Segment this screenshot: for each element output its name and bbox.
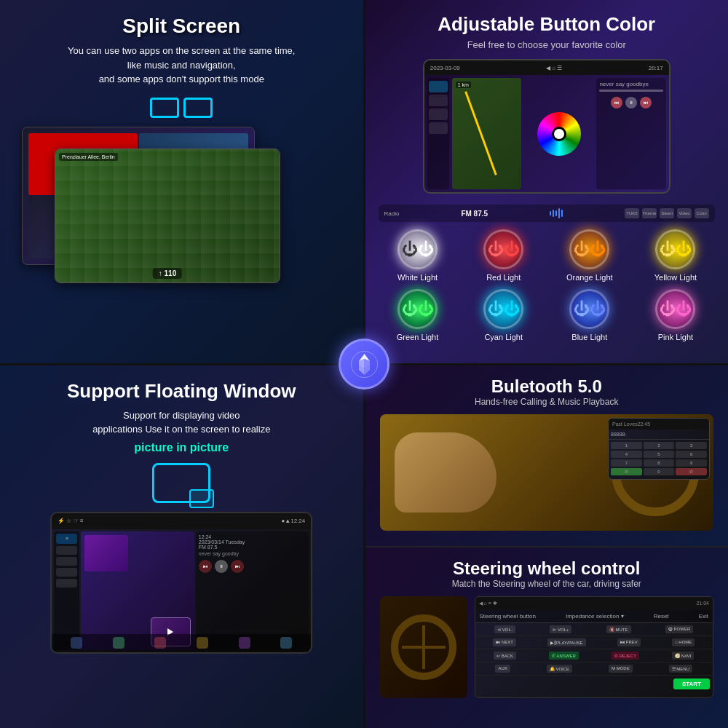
split-screen-title: Split Screen <box>122 15 240 38</box>
green-light-icon: ⏻ <box>397 289 438 329</box>
steering-controls-display: ◀ ⌂ ≡ ✱ 21:04 Steering wheel button Impe… <box>475 596 714 698</box>
tablet-device: ⚡ ☆ ☞ ≡ ●▲12:24 ≡ <box>50 512 312 654</box>
orange-light-icon: ⏻ <box>569 229 609 269</box>
device-music: never say goodbye ⏮ ⏸ ⏭ <box>596 78 665 189</box>
yellow-light-btn[interactable]: ⏻ Yellow Light <box>636 229 715 282</box>
floating-window-title: Support Floating Window <box>67 380 296 403</box>
orange-light-btn[interactable]: ⏻ Orange Light <box>550 229 629 282</box>
white-light-btn[interactable]: ⏻ White Light <box>379 229 457 282</box>
logo-svg <box>348 348 381 381</box>
blue-light-label: Blue Light <box>571 333 607 341</box>
pink-light-icon: ⏻ <box>655 289 695 329</box>
bluetooth-section: Buletooth 5.0 Hands-free Calling & Music… <box>365 365 729 546</box>
device-top-bar: 2023-03-09 ◀ ⌂ ☰ 20:17 <box>424 60 669 75</box>
split-rect-left <box>150 98 179 118</box>
tablet-sidebar: ≡ <box>54 531 79 650</box>
red-light-btn[interactable]: ⏻ Red Light <box>464 229 543 282</box>
light-buttons-grid: ⏻ White Light ⏻ Red Light ⏻ Orange Light… <box>379 229 716 341</box>
steering-content: ◀ ⌂ ≡ ✱ 21:04 Steering wheel button Impe… <box>380 596 714 698</box>
cyan-light-btn[interactable]: ⏻ Cyan Light <box>464 289 543 341</box>
cyan-light-icon: ⏻ <box>483 289 523 329</box>
yellow-light-icon: ⏻ <box>655 229 695 269</box>
red-light-icon: ⏻ <box>483 229 523 269</box>
device-sidebar <box>427 78 449 189</box>
yellow-light-label: Yellow Light <box>654 273 697 282</box>
sc-row-1: ⊲ VOL- ⊳ VOL+ 🔇 MUTE ⏻ POWER <box>475 623 713 636</box>
orange-light-label: Orange Light <box>566 273 613 282</box>
split-screen-panel: Split Screen You can use two apps on the… <box>0 0 363 363</box>
green-light-btn[interactable]: ⏻ Green Light <box>379 289 457 341</box>
button-color-subtitle: Feel free to choose your favorite color <box>467 39 626 50</box>
button-color-title: Adjustable Button Color <box>438 13 655 36</box>
pink-light-label: Pink Light <box>658 333 693 341</box>
floating-window-highlight: picture in picture <box>134 441 229 454</box>
sc-row-3: ↩ BACK ✆ ANSWER ✆ REJECT 🧭 NAVI <box>475 649 713 662</box>
bluetooth-title: Buletooth 5.0 <box>491 376 602 397</box>
video-app-thumb <box>84 535 128 571</box>
bt-keypad: 1 2 3 4 5 6 7 8 9 ✆ 0 ✆ <box>609 440 709 478</box>
blue-light-btn[interactable]: ⏻ Blue Light <box>550 289 629 341</box>
sc-row-4: AUX 🔔 VOICE M MODE ☰ MENU <box>475 662 713 676</box>
screen-front: ↑ 110 Prenzlauer Allee, Berlin <box>55 149 280 283</box>
center-logo <box>339 339 389 389</box>
color-wheel-section <box>524 78 593 189</box>
sc-header: Steering wheel button Impedance selectio… <box>475 610 713 623</box>
sc-row-2: ⏭ NEXT ▶‖PLAY/PAUSE ⏮ PREV ⌂ HOME <box>475 636 713 649</box>
steering-photo <box>380 596 467 698</box>
steering-title: Steering wheel control <box>453 558 640 579</box>
nav-map: ↑ 110 Prenzlauer Allee, Berlin <box>55 149 280 282</box>
split-icon <box>150 98 213 118</box>
floating-icon <box>152 463 210 503</box>
bt-phone-screen: Past Loves 22:45 88888- 1 2 3 4 5 6 7 <box>608 418 710 480</box>
blue-light-icon: ⏻ <box>569 289 609 329</box>
screen-previews: ▶ 87.50 ↑ 110 Prenzlauer Allee, Berlin <box>15 127 349 287</box>
color-wheel <box>537 112 581 156</box>
device-preview: 2023-03-09 ◀ ⌂ ☰ 20:17 1 km <box>423 59 670 194</box>
device-map: 1 km <box>452 78 521 189</box>
tablet-top-bar: ⚡ ☆ ☞ ≡ ●▲12:24 <box>52 513 311 529</box>
steering-subtitle: Match the Steering wheel of the car, dri… <box>452 579 641 589</box>
tablet-main-display <box>81 531 194 650</box>
radio-bar: Radio FM 87.5 TUK5 Theme Steeri Video Co… <box>379 205 716 222</box>
tablet-app-bar <box>52 634 311 652</box>
green-light-label: Green Light <box>397 333 438 341</box>
map-location: Prenzlauer Allee, Berlin <box>59 153 118 161</box>
steering-section-panel: Steering wheel control Match the Steerin… <box>365 547 729 728</box>
button-color-panel: Adjustable Button Color Feel free to cho… <box>365 0 729 363</box>
split-rect-right <box>183 98 213 118</box>
bluetooth-photo: Past Loves 22:45 88888- 1 2 3 4 5 6 7 <box>380 414 714 531</box>
split-screen-subtitle: You can use two apps on the screen at th… <box>68 44 295 87</box>
steering-wheel-icon <box>391 614 456 680</box>
white-light-icon: ⏻ <box>397 229 438 269</box>
red-light-label: Red Light <box>486 273 521 282</box>
start-button[interactable]: START <box>673 678 710 689</box>
floating-window-panel: Support Floating Window Support for disp… <box>0 365 363 729</box>
floating-window-subtitle: Support for displaying videoapplications… <box>92 408 270 437</box>
cyan-light-label: Cyan Light <box>484 333 523 341</box>
tablet-music-panel: 12:24 2023/03/14 Tuesday FM 87.5 never s… <box>196 531 309 650</box>
bluetooth-subtitle: Hands-free Calling & Music Playback <box>475 397 618 407</box>
white-light-label: White Light <box>397 273 438 282</box>
nav-instruction: ↑ 110 <box>153 268 182 279</box>
device-content: 1 km never say goodbye ⏮ ⏸ ⏭ <box>424 75 669 192</box>
bluetooth-steering-panel: Buletooth 5.0 Hands-free Calling & Music… <box>365 365 729 729</box>
pink-light-btn[interactable]: ⏻ Pink Light <box>636 289 715 341</box>
